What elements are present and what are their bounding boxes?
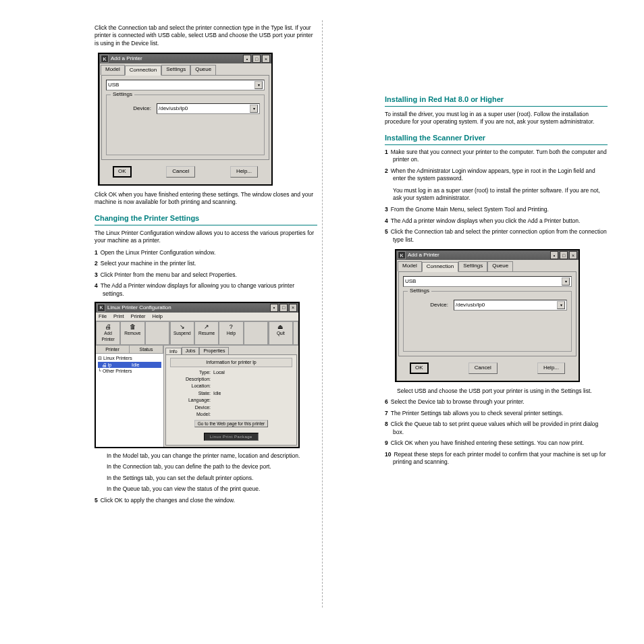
chevron-down-icon[interactable]: ▾ [557,301,565,309]
tab-jobs[interactable]: Jobs [182,347,200,354]
remove-button[interactable]: 🗑Remove [120,321,144,345]
help-button[interactable]: Help... [230,166,258,178]
arrow-down-icon: ↘ [173,323,192,330]
chevron-down-icon[interactable]: ▾ [562,277,570,286]
maximize-button[interactable]: □ [252,55,261,63]
minimize-button[interactable]: • [550,251,558,259]
tab-properties[interactable]: Properties [199,347,229,354]
tab-panel: USB ▾ Settings Device: /dev/usb/lp0 ▾ [101,75,269,160]
step-item: 9Click OK when you have finished enterin… [393,439,608,447]
quit-button[interactable]: ⏏Quit [269,321,293,345]
group-label: Settings [111,91,134,99]
body-text: To install the driver, you must log in a… [385,111,608,126]
exit-icon: ⏏ [271,323,290,330]
resume-button[interactable]: ↗Resume [194,321,219,345]
close-button[interactable]: × [569,251,577,259]
tree-root[interactable]: ⊟ Linux Printers [98,355,161,361]
step-item: 5Click OK to apply the changes and close… [103,497,317,504]
web-page-button[interactable]: Go to the Web page for this printer [194,420,269,427]
tab-connection[interactable]: Connection [125,65,161,76]
step-item: 2Select your machine in the printer list… [103,260,317,267]
column-header-status[interactable]: Status [130,346,163,353]
step-item: 4The Add a Printer window displays for a… [103,282,317,298]
maximize-button[interactable]: □ [279,304,288,312]
suspend-button[interactable]: ↘Suspend [170,321,194,345]
tab-settings[interactable]: Settings [458,261,487,271]
note-text: You must log in as a super user (root) t… [393,187,608,203]
trash-icon: 🗑 [123,323,142,330]
right-column: Installing in Red Hat 8.0 or Higher To i… [385,20,608,470]
minimize-button[interactable]: • [243,55,251,63]
device-select[interactable]: /dev/usb/lp0 ▾ [454,300,567,311]
body-text: In the Queue tab, you can view the statu… [107,485,317,493]
help-toolbar-button[interactable]: ?Help [219,321,243,345]
menu-printer[interactable]: Printer [131,313,146,320]
titlebar[interactable]: K Add a Printer • □ × [396,250,579,260]
tabbar: Model Connection Settings Queue [396,260,579,271]
printer-config-window: K Linux Printer Configuration • □ × File… [95,302,300,448]
settings-group: Settings Device: /dev/usb/lp0 ▾ [403,291,572,352]
tab-queue[interactable]: Queue [487,261,513,271]
step-item: 2When the Administrator Login window app… [393,167,608,183]
step-item: 7The Printer Settings tab allows you to … [393,410,608,417]
properties-pane: Info Jobs Properties Information for pri… [164,346,298,447]
titlebar[interactable]: K Add a Printer • □ × [99,54,271,63]
ok-button[interactable]: OK [113,166,132,178]
menu-help[interactable]: Help [153,313,163,320]
chevron-down-icon[interactable]: ▾ [254,81,263,89]
connection-type-select[interactable]: USB ▾ [403,276,572,287]
add-printer-button[interactable]: 🖨Add Printer [96,321,120,345]
device-label: Device: [111,105,151,113]
cancel-button[interactable]: Cancel [468,363,498,374]
dialog-buttons: OK Cancel Help... [99,162,271,184]
step-item: 5Click the Connection tab and select the… [393,228,608,244]
linux-print-logo: Linux Print Package [204,433,259,441]
column-divider [322,20,323,608]
step-item: 6Select the Device tab to browse through… [393,398,608,406]
step-item: 4The Add a printer window displays when … [393,217,608,225]
ok-button[interactable]: OK [410,363,429,374]
menu-file[interactable]: File [99,313,107,320]
help-icon: ? [221,323,240,330]
add-printer-dialog: K Add a Printer • □ × Model Connection S… [98,53,273,186]
tab-panel: USB ▾ Settings Device: /dev/usb/lp0 ▾ [398,271,576,356]
tree-item-other[interactable]: └ Other Printers [98,368,161,374]
menu-print[interactable]: Print [113,313,124,320]
section-heading: Installing in Red Hat 8.0 or Higher [385,95,608,107]
titlebar[interactable]: K Linux Printer Configuration • □ × [96,303,298,313]
printer-icon: 🖨 [99,323,117,330]
tab-model[interactable]: Model [101,65,125,75]
tab-queue[interactable]: Queue [190,65,216,75]
step-item: 3Click Printer from the menu bar and sel… [103,271,317,279]
body-text: In the Model tab, you can change the pri… [107,452,317,460]
device-label: Device: [408,302,448,309]
column-header-printer[interactable]: Printer [96,346,130,353]
menubar: File Print Printer Help [96,313,298,321]
close-button[interactable]: × [262,55,270,63]
toolbar: 🖨Add Printer 🗑Remove ↘Suspend ↗Resume ?H… [96,321,298,346]
chevron-down-icon[interactable]: ▾ [250,105,258,113]
tab-connection[interactable]: Connection [422,262,458,272]
device-value: /dev/usb/lp0 [159,105,188,113]
tab-model[interactable]: Model [398,261,422,271]
device-select[interactable]: /dev/usb/lp0 ▾ [157,103,260,114]
printer-tree: Printer Status ⊟ Linux Printers 🖨 lp Idl… [96,346,164,447]
connection-type-select[interactable]: USB ▾ [106,80,265,90]
window-title: Add a Printer [111,55,142,63]
body-text: Select USB and choose the USB port your … [397,387,608,395]
group-label: Settings [408,288,431,295]
step-item: 1Make sure that you connect your printer… [393,149,608,164]
tabbar: Model Connection Settings Queue [99,63,271,75]
app-icon: K [101,55,109,63]
settings-group: Settings Device: /dev/usb/lp0 ▾ [106,95,265,155]
step-item: 3From the Gnome Main Menu, select System… [393,206,608,213]
tree-item-selected[interactable]: 🖨 lp Idle [98,362,161,368]
minimize-button[interactable]: • [270,304,278,312]
app-icon: K [398,251,406,259]
maximize-button[interactable]: □ [560,251,568,259]
tab-settings[interactable]: Settings [161,65,190,75]
left-column: Click the Connection tab and select the … [95,20,317,508]
help-button[interactable]: Help... [537,363,565,374]
cancel-button[interactable]: Cancel [166,166,195,178]
close-button[interactable]: × [289,304,297,312]
